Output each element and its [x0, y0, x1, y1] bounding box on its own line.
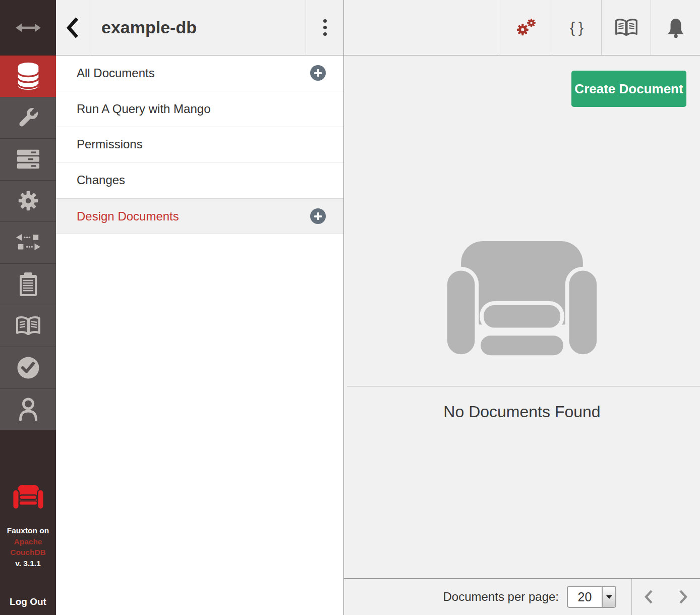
json-view-button[interactable]: {} [552, 0, 601, 55]
api-settings-button[interactable] [500, 0, 552, 55]
wrench-icon [16, 105, 41, 130]
main-panel: {} [344, 0, 700, 615]
nav-item-changes[interactable]: Changes [56, 162, 343, 198]
icon-sidebar: Fauxton on Apache CouchDB v. 3.1.1 Log O… [0, 0, 56, 615]
clipboard-icon [18, 272, 38, 297]
caret-down-icon [606, 595, 612, 599]
sidebar-expand-button[interactable] [0, 0, 56, 55]
per-page-label: Documents per page: [443, 590, 559, 604]
content-divider [347, 386, 700, 386]
brand-text: Fauxton on Apache CouchDB v. 3.1.1 [0, 525, 56, 569]
logout-button[interactable]: Log Out [0, 596, 56, 607]
database-panel: example-db All Documents Run A Query wit… [56, 0, 344, 615]
nav-item-label: Run A Query with Mango [77, 102, 326, 116]
expand-icon [16, 22, 41, 34]
couch-illustration [443, 241, 601, 358]
nav-item-mango-query[interactable]: Run A Query with Mango [56, 91, 343, 127]
couch-icon [13, 485, 44, 510]
nav-item-label: Changes [77, 173, 326, 187]
database-title: example-db [89, 0, 306, 55]
main-footer: Documents per page: 20 [344, 578, 700, 615]
nav-item-design-documents[interactable]: Design Documents [56, 198, 343, 234]
chevron-left-icon [66, 17, 79, 39]
brand-version: v. 3.1.1 [0, 558, 56, 569]
sidebar-item-account[interactable] [0, 389, 56, 431]
nav-item-label: Design Documents [77, 209, 310, 223]
nav-item-label: Permissions [77, 137, 326, 151]
sidebar-nav [0, 55, 56, 430]
brand-line-1: Fauxton on [0, 525, 56, 536]
add-design-doc-icon[interactable] [310, 208, 326, 224]
next-page-button[interactable] [678, 589, 688, 604]
chevron-left-icon [644, 589, 654, 604]
sidebar-item-configuration[interactable] [0, 181, 56, 222]
previous-page-button[interactable] [644, 589, 654, 604]
sidebar-item-verify[interactable] [0, 347, 56, 389]
book-icon [614, 18, 638, 37]
sidebar-item-replication[interactable] [0, 222, 56, 264]
add-document-icon[interactable] [310, 65, 326, 81]
sidebar-item-databases[interactable] [0, 55, 56, 97]
sidebar-item-documentation[interactable] [0, 305, 56, 347]
database-icon [16, 62, 40, 90]
select-dropdown-button [602, 587, 615, 607]
replication-icon [16, 233, 41, 252]
per-page-value: 20 [568, 587, 602, 607]
kebab-icon [323, 19, 327, 23]
pagination [631, 579, 700, 615]
sidebar-item-active-tasks[interactable] [0, 264, 56, 306]
main-header: {} [344, 0, 700, 55]
server-stack-icon [17, 149, 40, 170]
back-button[interactable] [56, 0, 89, 55]
database-nav: All Documents Run A Query with Mango Per… [56, 55, 343, 234]
book-icon [15, 315, 41, 337]
gear-icon [17, 189, 40, 212]
notifications-button[interactable] [651, 0, 700, 55]
sidebar-item-cluster[interactable] [0, 139, 56, 181]
database-menu-button[interactable] [306, 0, 343, 55]
documents-area: Create Document No Documents Found [344, 55, 700, 578]
check-circle-icon [17, 356, 40, 379]
brand-line-3: CouchDB [0, 547, 56, 558]
nav-item-permissions[interactable]: Permissions [56, 127, 343, 163]
brand-line-2: Apache [0, 536, 56, 547]
sidebar-item-setup[interactable] [0, 97, 56, 139]
fauxton-app: Fauxton on Apache CouchDB v. 3.1.1 Log O… [0, 0, 700, 615]
gears-icon [514, 17, 538, 38]
create-document-button[interactable]: Create Document [571, 71, 686, 107]
bell-icon [667, 17, 685, 38]
nav-item-label: All Documents [77, 66, 310, 80]
chevron-right-icon [678, 589, 688, 604]
braces-icon: {} [570, 19, 587, 36]
person-icon [18, 397, 38, 421]
header-spacer [344, 0, 500, 55]
sidebar-footer: Fauxton on Apache CouchDB v. 3.1.1 Log O… [0, 430, 56, 615]
per-page-control: Documents per page: 20 [344, 579, 631, 615]
empty-state-message: No Documents Found [344, 403, 700, 421]
documentation-button[interactable] [601, 0, 651, 55]
nav-item-all-documents[interactable]: All Documents [56, 55, 343, 91]
documents-per-page-select[interactable]: 20 [567, 586, 616, 608]
database-panel-header: example-db [56, 0, 343, 55]
